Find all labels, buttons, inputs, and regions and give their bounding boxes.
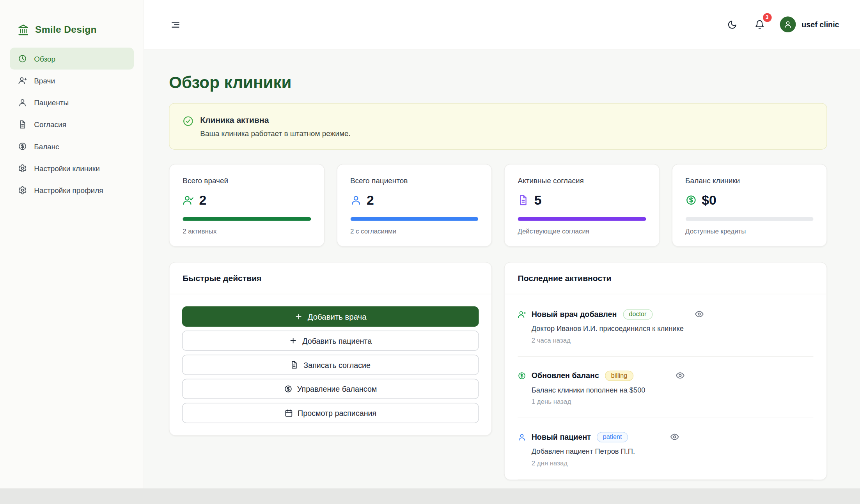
stat-value: 2 (367, 193, 374, 208)
sidebar-toggle-icon (170, 19, 180, 29)
notifications-button[interactable]: 3 (752, 17, 767, 32)
user-icon (350, 195, 361, 205)
stat-card-consents: Активные согласия 5 Действующие согласия (504, 164, 660, 246)
stat-label: Баланс клиники (685, 177, 813, 185)
activity-time: 2 часа назад (532, 336, 814, 344)
bell-icon (754, 19, 764, 29)
sidebar-item-label: Пациенты (34, 98, 69, 106)
activity-title: Обновлен баланс (532, 371, 599, 380)
view-activity-button[interactable] (693, 309, 704, 320)
clock-icon (18, 54, 27, 63)
activity-title: Новый врач добавлен (532, 310, 617, 319)
user-plus-icon (18, 76, 27, 85)
stats-row: Всего врачей 2 2 активных Всего пациенто… (169, 164, 827, 246)
file-text-icon (18, 120, 27, 129)
sidebar-item-label: Баланс (34, 142, 59, 150)
sidebar-item-overview[interactable]: Обзор (10, 48, 134, 69)
alert-title: Клиника активна (200, 115, 351, 124)
progress-bar (518, 217, 646, 221)
plus-icon (289, 336, 297, 345)
calendar-icon (284, 409, 293, 417)
eye-icon (676, 371, 684, 380)
main-area: 3 usef clinic Обзор клиники Клиника ак (144, 0, 860, 488)
sidebar-item-patients[interactable]: Пациенты (10, 92, 134, 113)
progress-bar-fill (518, 217, 646, 221)
activity-description: Доктор Иванов И.И. присоединился к клини… (532, 325, 814, 333)
clinic-status-alert: Клиника активна Ваша клиника работает в … (169, 103, 827, 150)
stat-sublabel: Доступные кредиты (685, 228, 813, 235)
dollar-circle-icon (518, 371, 526, 380)
progress-bar (350, 217, 478, 221)
progress-bar (685, 217, 813, 221)
panels-row: Быстрые действия Добавить врача Добавить… (169, 262, 827, 480)
quick-actions-panel: Быстрые действия Добавить врача Добавить… (169, 262, 492, 436)
alert-message: Ваша клиника работает в штатном режиме. (200, 129, 351, 138)
moon-icon (727, 19, 737, 29)
topbar-actions: 3 usef clinic (725, 16, 839, 32)
account-name: usef clinic (801, 20, 839, 29)
dollar-circle-icon (685, 195, 696, 205)
view-schedule-button[interactable]: Просмотр расписания (182, 403, 479, 423)
quick-actions-title: Быстрые действия (170, 263, 491, 295)
sidebar-item-doctors[interactable]: Врачи (10, 70, 134, 92)
gear-icon (18, 186, 27, 195)
sidebar-toggle-button[interactable] (168, 17, 183, 32)
account-menu[interactable]: usef clinic (780, 16, 839, 32)
sidebar-item-balance[interactable]: Баланс (10, 135, 134, 157)
activity-badge: doctor (623, 309, 653, 319)
view-activity-button[interactable] (669, 431, 680, 442)
stat-label: Активные согласия (518, 177, 646, 185)
sidebar: Smile Design Обзор Врачи Пациенты Согла (0, 0, 144, 488)
button-label: Добавить врача (308, 312, 367, 321)
activity-time: 2 дня назад (532, 459, 814, 467)
stat-card-balance: Баланс клиники $0 Доступные кредиты (672, 164, 827, 246)
user-icon (784, 20, 792, 28)
add-patient-button[interactable]: Добавить пациента (182, 331, 479, 351)
button-label: Записать согласие (303, 361, 371, 370)
eye-icon (670, 433, 679, 442)
record-consent-button[interactable]: Записать согласие (182, 355, 479, 375)
user-check-icon (183, 195, 193, 205)
user-plus-icon (518, 310, 526, 318)
dollar-circle-icon (18, 142, 27, 151)
activity-description: Баланс клиники пополнен на $500 (532, 386, 814, 394)
page-bottom-gutter (0, 488, 860, 504)
landmark-icon (18, 24, 29, 36)
sidebar-item-label: Врачи (34, 76, 55, 85)
stat-sublabel: 2 активных (183, 228, 310, 235)
file-text-icon (291, 361, 299, 369)
activity-description: Добавлен пациент Петров П.П. (532, 447, 814, 456)
dollar-circle-icon (284, 385, 292, 393)
theme-toggle-button[interactable] (725, 17, 739, 32)
eye-icon (695, 310, 704, 319)
activity-title: Новый пациент (532, 433, 591, 442)
activity-badge: billing (605, 370, 633, 381)
topbar: 3 usef clinic (144, 0, 860, 50)
recent-activities-panel: Последние активности Новый врач добавлен… (504, 262, 827, 480)
manage-balance-button[interactable]: Управление балансом (182, 379, 479, 399)
activity-badge: patient (597, 431, 628, 442)
file-text-icon (518, 195, 529, 205)
page-content: Обзор клиники Клиника активна Ваша клини… (144, 50, 860, 488)
page-title: Обзор клиники (169, 73, 827, 92)
sidebar-item-clinic-settings[interactable]: Настройки клиники (10, 157, 134, 179)
gear-icon (18, 164, 27, 173)
sidebar-item-label: Настройки клиники (34, 164, 100, 172)
plus-icon (294, 313, 303, 321)
avatar (780, 16, 796, 32)
add-doctor-button[interactable]: Добавить врача (182, 306, 479, 327)
progress-bar (183, 217, 310, 221)
stat-label: Всего врачей (183, 177, 310, 185)
brand: Smile Design (0, 0, 144, 48)
stat-sublabel: 2 с согласиями (350, 228, 478, 235)
view-activity-button[interactable] (674, 370, 685, 381)
check-circle-icon (183, 116, 193, 127)
recent-activities-title: Последние активности (505, 263, 826, 295)
sidebar-item-profile-settings[interactable]: Настройки профиля (10, 179, 134, 201)
stat-value: 5 (534, 193, 542, 208)
button-label: Просмотр расписания (298, 409, 376, 417)
stat-label: Всего пациентов (350, 177, 478, 185)
user-icon (518, 433, 526, 441)
sidebar-item-consents[interactable]: Согласия (10, 113, 134, 135)
stat-card-doctors: Всего врачей 2 2 активных (169, 164, 324, 246)
